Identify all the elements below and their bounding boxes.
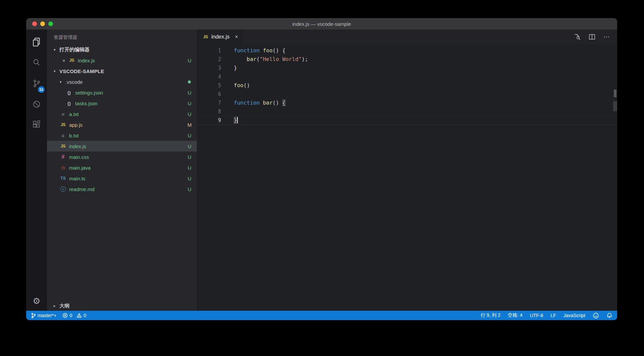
code-text: } <box>221 64 237 72</box>
split-editor-icon[interactable] <box>589 34 595 40</box>
zoom-window-button[interactable] <box>48 21 53 26</box>
js-file-icon: JS <box>60 122 66 127</box>
search-icon <box>32 58 41 69</box>
code-line-7[interactable]: 7function bar() { <box>197 99 617 107</box>
status-indentation[interactable]: 空格: 4 <box>508 312 523 318</box>
code-editor[interactable]: 1function foo() {2 bar("Hello World");3}… <box>197 44 617 311</box>
text-cursor <box>237 117 238 123</box>
close-editor-icon[interactable]: × <box>62 58 68 63</box>
open-editors-list: ×JSindex.jsU <box>47 55 197 66</box>
tab-index-js[interactable]: JS index.js × <box>197 29 243 44</box>
code-text: function bar() { <box>221 99 285 107</box>
status-language-mode[interactable]: JavaScript <box>564 313 585 318</box>
desktop: index.js — vscode-sample <box>0 0 644 356</box>
outline-section[interactable]: ▸ 大纲 <box>47 301 197 311</box>
tree-item-readme.md[interactable]: ireadme.mdU <box>47 184 197 194</box>
activity-bar: 11 ⚙ <box>26 29 47 311</box>
activity-source-control[interactable]: 11 <box>26 74 47 95</box>
overview-ruler-mark[interactable] <box>613 101 617 111</box>
file-label: main.java <box>69 165 91 171</box>
outline-label: 大纲 <box>59 303 69 309</box>
status-eol[interactable]: LF <box>550 313 556 318</box>
git-status-letter: U <box>187 101 192 106</box>
tree-item-main.css[interactable]: #main.cssU <box>47 152 197 162</box>
expand-arrow-icon: ▾ <box>54 69 59 73</box>
code-line-6[interactable]: 6 <box>197 90 617 99</box>
code-line-3[interactable]: 3} <box>197 64 617 72</box>
git-changes-dot <box>188 80 191 83</box>
status-bar: master*+ 0 0 <box>26 311 617 320</box>
collapsed-arrow-icon: ▸ <box>54 304 59 308</box>
code-text: bar("Hello World"); <box>221 55 308 64</box>
problems-item[interactable]: 0 0 <box>62 313 86 318</box>
minimize-window-button[interactable] <box>40 21 45 26</box>
window-title: index.js — vscode-sample <box>292 21 351 27</box>
line-number: 5 <box>197 81 221 90</box>
more-actions-icon[interactable]: ⋯ <box>603 35 610 39</box>
activity-explorer[interactable] <box>26 32 47 53</box>
feedback-smiley-icon[interactable] <box>593 312 599 319</box>
file-label: a.txt <box>69 111 78 117</box>
code-text: } <box>221 116 238 125</box>
git-branch-item[interactable]: master*+ <box>31 313 56 318</box>
code-line-8[interactable]: 8 <box>197 107 617 116</box>
file-label: b.txt <box>69 133 78 138</box>
tree-item-.vscode[interactable]: ▾.vscode <box>47 76 197 87</box>
traffic-lights <box>32 18 53 29</box>
line-number: 9 <box>197 116 221 125</box>
code-line-2[interactable]: 2 bar("Hello World"); <box>197 55 617 64</box>
file-label: app.js <box>69 122 83 128</box>
activity-search[interactable] <box>26 53 47 74</box>
git-status-letter: U <box>187 58 192 63</box>
line-number: 3 <box>197 64 221 72</box>
folder-root-header[interactable]: ▾ VSCODE-SAMPLE <box>47 66 197 76</box>
tree-item-main.ts[interactable]: TSmain.tsU <box>47 173 197 184</box>
warnings-icon <box>76 313 82 318</box>
tree-item-main.java[interactable]: main.javaU <box>47 162 197 173</box>
extensions-icon <box>32 120 41 131</box>
tree-item-b.txt[interactable]: ≡b.txtU <box>47 130 197 141</box>
code-line-9[interactable]: 9} <box>197 116 617 125</box>
editor-actions: ⋯ <box>574 29 617 44</box>
file-label: main.ts <box>69 176 85 181</box>
file-label: tasks.json <box>75 101 98 106</box>
json-file-icon: {} <box>66 101 72 106</box>
line-number: 7 <box>197 99 221 107</box>
expand-arrow-icon: ▾ <box>60 80 65 84</box>
code-text <box>221 107 234 116</box>
tree-item-settings.json[interactable]: {}settings.jsonU <box>47 87 197 98</box>
code-line-5[interactable]: 5foo() <box>197 81 617 90</box>
tree-item-a.txt[interactable]: ≡a.txtU <box>47 109 197 119</box>
git-branch-icon <box>31 313 36 318</box>
sidebar-title: 资源管理器 <box>47 29 197 44</box>
json-file-icon: {} <box>66 90 72 95</box>
tab-close-icon[interactable]: × <box>235 34 238 40</box>
root-folder-label: VSCODE-SAMPLE <box>59 68 104 74</box>
tree-item-app.js[interactable]: JSapp.jsM <box>47 119 197 130</box>
open-editors-label: 打开的编辑器 <box>59 47 90 53</box>
file-label: settings.json <box>75 90 103 96</box>
notifications-bell-icon[interactable] <box>606 312 612 318</box>
close-window-button[interactable] <box>32 21 37 26</box>
status-cursor-position[interactable]: 行 9, 列 2 <box>481 312 500 318</box>
tree-item-index.js[interactable]: JSindex.jsU <box>47 141 197 152</box>
overview-ruler-mark[interactable] <box>614 90 616 97</box>
editor-group: JS index.js × <box>197 29 617 311</box>
find-in-file-icon[interactable] <box>574 34 581 40</box>
status-encoding[interactable]: UTF-8 <box>530 313 543 318</box>
settings-gear-icon[interactable]: ⚙ <box>33 296 40 306</box>
activity-debug[interactable] <box>26 95 47 115</box>
activity-extensions[interactable] <box>26 115 47 136</box>
code-line-4[interactable]: 4 <box>197 72 617 81</box>
open-editors-header[interactable]: ▾ 打开的编辑器 <box>47 44 197 55</box>
code-line-1[interactable]: 1function foo() { <box>197 46 617 55</box>
open-editor-index.js[interactable]: ×JSindex.jsU <box>47 55 197 66</box>
code-text <box>221 72 234 81</box>
line-number: 1 <box>197 46 221 55</box>
git-status-letter: U <box>187 176 192 181</box>
tree-item-tasks.json[interactable]: {}tasks.jsonU <box>47 98 197 109</box>
line-number: 2 <box>197 55 221 64</box>
file-label: index.js <box>69 143 86 149</box>
file-label: .vscode <box>65 79 83 85</box>
file-label: index.js <box>78 58 95 63</box>
